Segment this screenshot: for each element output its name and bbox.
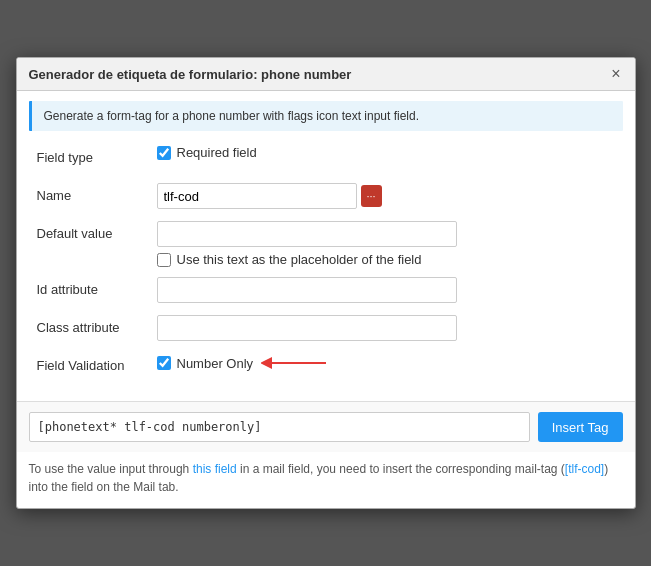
name-badge[interactable]: ··· — [361, 185, 382, 207]
id-attribute-input[interactable] — [157, 277, 457, 303]
id-attribute-label: Id attribute — [37, 277, 157, 297]
default-value-controls: Use this text as the placeholder of the … — [157, 221, 615, 267]
field-type-controls: Required field — [157, 145, 615, 160]
class-attribute-row: Class attribute — [37, 315, 615, 343]
field-type-row: Field type Required field — [37, 145, 615, 173]
name-row: Name ··· — [37, 183, 615, 211]
info-bar-text: Generate a form-tag for a phone number w… — [44, 109, 420, 123]
name-label: Name — [37, 183, 157, 203]
tag-area: [phonetext* tlf-cod numberonly] Insert T… — [17, 401, 635, 452]
default-value-label: Default value — [37, 221, 157, 241]
placeholder-checkbox[interactable] — [157, 253, 171, 267]
required-field-label: Required field — [177, 145, 257, 160]
footer-note: To use the value input through this fiel… — [17, 452, 635, 508]
footer-text-mid: in a mail field, you need to insert the … — [237, 462, 565, 476]
id-attribute-row: Id attribute — [37, 277, 615, 305]
placeholder-row: Use this text as the placeholder of the … — [157, 252, 615, 267]
field-validation-label: Field Validation — [37, 353, 157, 373]
arrow-annotation-icon — [261, 353, 331, 373]
default-value-row: Default value Use this text as the place… — [37, 221, 615, 267]
footer-link[interactable]: this field — [193, 462, 237, 476]
field-validation-row: Field Validation Number Only — [37, 353, 615, 381]
name-controls: ··· — [157, 183, 615, 209]
dialog: Generador de etiqueta de formulario: pho… — [16, 57, 636, 509]
default-value-input[interactable] — [157, 221, 457, 247]
class-attribute-controls — [157, 315, 615, 341]
dialog-title: Generador de etiqueta de formulario: pho… — [29, 67, 352, 82]
number-only-checkbox[interactable] — [157, 356, 171, 370]
placeholder-label: Use this text as the placeholder of the … — [177, 252, 422, 267]
id-attribute-controls — [157, 277, 615, 303]
number-only-annotation: Number Only — [157, 353, 615, 373]
close-button[interactable]: × — [609, 66, 622, 82]
name-input-wrap: ··· — [157, 183, 615, 209]
tag-output: [phonetext* tlf-cod numberonly] — [29, 412, 530, 442]
name-input[interactable] — [157, 183, 357, 209]
class-attribute-input[interactable] — [157, 315, 457, 341]
number-only-label: Number Only — [177, 356, 254, 371]
class-attribute-label: Class attribute — [37, 315, 157, 335]
required-field-row: Required field — [157, 145, 615, 160]
footer-text-before: To use the value input through — [29, 462, 193, 476]
insert-tag-button[interactable]: Insert Tag — [538, 412, 623, 442]
required-checkbox[interactable] — [157, 146, 171, 160]
field-type-label: Field type — [37, 145, 157, 165]
info-bar: Generate a form-tag for a phone number w… — [29, 101, 623, 131]
dialog-header: Generador de etiqueta de formulario: pho… — [17, 58, 635, 91]
footer-mail-tag[interactable]: [tlf-cod] — [565, 462, 604, 476]
field-validation-controls: Number Only — [157, 353, 615, 373]
number-only-row: Number Only — [157, 356, 254, 371]
form-body: Field type Required field Name ··· Defau… — [17, 141, 635, 401]
